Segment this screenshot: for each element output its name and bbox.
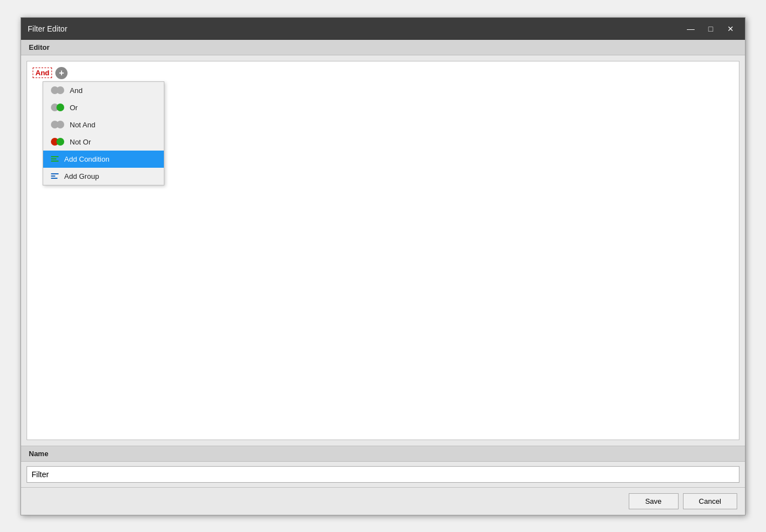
dropdown-item-and-label: And [70,86,82,95]
editor-section-header: Editor [21,40,745,55]
add-group-icon [51,173,59,179]
editor-area: And + And [27,61,739,440]
dropdown-item-not-or-label: Not Or [70,138,91,146]
minimize-button[interactable]: — [683,21,698,37]
dropdown-item-not-or[interactable]: Not Or [43,133,164,151]
name-input-area [21,462,745,487]
dropdown-item-and[interactable]: And [43,82,164,99]
dropdown-item-not-and-label: Not And [70,121,95,129]
cancel-button[interactable]: Cancel [683,493,737,509]
add-condition-icon [51,156,59,162]
and-icon [51,86,64,94]
dropdown-item-add-condition[interactable]: Add Condition [43,151,164,168]
name-section-header: Name [21,446,745,462]
window-body: Editor And + And [21,40,745,515]
filter-editor-window: Filter Editor — □ ✕ Editor And + [20,17,746,515]
dropdown-item-add-group[interactable]: Add Group [43,168,164,185]
close-button[interactable]: ✕ [723,21,738,37]
not-and-icon [51,121,64,128]
window-title: Filter Editor [28,24,683,33]
and-root: And + And [27,61,739,85]
footer: Save Cancel [21,487,745,515]
editor-section-label: Editor [29,43,50,51]
dropdown-item-or[interactable]: Or [43,99,164,116]
dropdown-item-not-and[interactable]: Not And [43,116,164,133]
window-controls: — □ ✕ [683,21,738,37]
not-or-icon [51,138,64,146]
dropdown-item-add-condition-label: Add Condition [64,155,110,163]
title-bar: Filter Editor — □ ✕ [21,18,745,40]
maximize-button[interactable]: □ [703,21,718,37]
add-circle-button[interactable]: + [55,67,68,79]
name-section-label: Name [29,450,48,458]
dropdown-item-add-group-label: Add Group [64,172,99,180]
name-section: Name [21,446,745,487]
save-button[interactable]: Save [629,493,679,509]
dropdown-item-or-label: Or [70,104,77,112]
and-label[interactable]: And [33,68,52,78]
dropdown-menu: And Or [43,81,164,185]
or-icon [51,104,64,111]
add-condition-icon-wrapper [51,156,59,162]
name-input[interactable] [27,466,739,483]
